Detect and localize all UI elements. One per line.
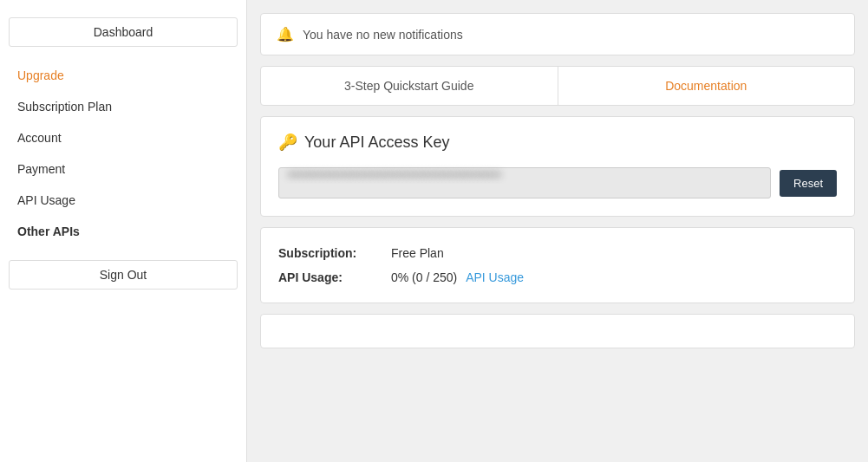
api-usage-value: 0% (0 / 250) API Usage bbox=[391, 270, 524, 284]
tab-documentation[interactable]: Documentation bbox=[558, 67, 855, 105]
api-key-row: ••••••••••••••••••••••••••••••••••••••••… bbox=[278, 167, 837, 198]
notification-bar: 🔔 You have no new notifications bbox=[260, 13, 855, 55]
bottom-panel bbox=[260, 314, 855, 348]
sidebar-item-other-apis[interactable]: Other APIs bbox=[0, 216, 246, 247]
api-key-input[interactable]: ••••••••••••••••••••••••••••••••••••••••… bbox=[278, 167, 771, 198]
sidebar-item-upgrade[interactable]: Upgrade bbox=[0, 60, 246, 91]
sign-out-label: Sign Out bbox=[100, 268, 147, 282]
sidebar-item-payment[interactable]: Payment bbox=[0, 153, 246, 185]
key-icon: 🔑 bbox=[278, 133, 297, 152]
sidebar-item-dashboard[interactable]: Dashboard bbox=[9, 17, 238, 47]
payment-label: Payment bbox=[17, 162, 65, 176]
sidebar-item-sign-out[interactable]: Sign Out bbox=[9, 260, 238, 290]
sidebar-item-subscription-plan[interactable]: Subscription Plan bbox=[0, 91, 246, 122]
sidebar: Dashboard Upgrade Subscription Plan Acco… bbox=[0, 0, 247, 462]
reset-button[interactable]: Reset bbox=[780, 170, 837, 197]
account-label: Account bbox=[17, 131, 62, 145]
api-key-title: 🔑 Your API Access Key bbox=[278, 133, 837, 152]
subscription-row: Subscription: Free Plan bbox=[278, 241, 837, 265]
api-usage-row: API Usage: 0% (0 / 250) API Usage bbox=[278, 265, 837, 290]
api-usage-label: API Usage: bbox=[278, 270, 391, 284]
api-usage-label: API Usage bbox=[17, 193, 75, 207]
tabs-bar: 3-Step Quickstart Guide Documentation bbox=[260, 66, 855, 106]
subscription-label: Subscription: bbox=[278, 246, 391, 260]
main-content: 🔔 You have no new notifications 3-Step Q… bbox=[247, 0, 868, 462]
notification-text: You have no new notifications bbox=[303, 28, 463, 42]
api-key-panel: 🔑 Your API Access Key ••••••••••••••••••… bbox=[260, 116, 855, 217]
api-key-heading: Your API Access Key bbox=[304, 133, 449, 152]
subscription-value: Free Plan bbox=[391, 246, 444, 260]
upgrade-label: Upgrade bbox=[17, 68, 64, 82]
sidebar-item-account[interactable]: Account bbox=[0, 122, 246, 153]
dashboard-label: Dashboard bbox=[94, 25, 153, 39]
subscription-panel: Subscription: Free Plan API Usage: 0% (0… bbox=[260, 227, 855, 303]
sidebar-item-api-usage[interactable]: API Usage bbox=[0, 185, 246, 216]
other-apis-label: Other APIs bbox=[17, 224, 80, 238]
bell-icon: 🔔 bbox=[277, 26, 294, 42]
api-usage-link[interactable]: API Usage bbox=[466, 270, 524, 284]
subscription-plan-label: Subscription Plan bbox=[17, 100, 112, 114]
tab-quickstart[interactable]: 3-Step Quickstart Guide bbox=[261, 67, 558, 105]
